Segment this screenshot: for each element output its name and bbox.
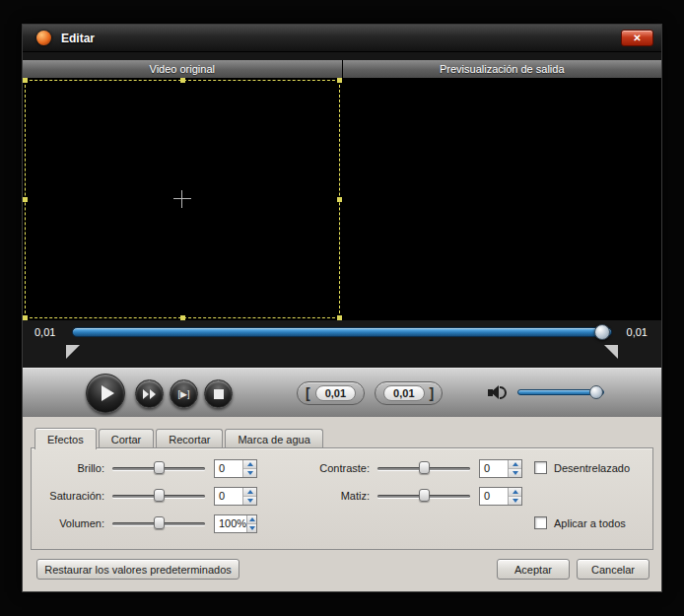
effects-panel: Brillo: 0 Contraste: 0 xyxy=(31,447,653,550)
close-icon: ✕ xyxy=(633,33,641,43)
volume-effect-slider[interactable] xyxy=(112,515,205,531)
total-time-label: 0,01 xyxy=(627,326,648,338)
original-panel-header: Video original xyxy=(23,60,342,78)
volume-spinner[interactable]: 100% xyxy=(214,514,257,533)
trim-time-controls: [ 0,01 0,01 ] xyxy=(297,381,443,405)
fast-forward-icon xyxy=(143,389,156,399)
timeline-section: 0,01 0,01 xyxy=(23,320,661,368)
apply-to-all-option[interactable]: Aplicar a todos xyxy=(534,516,626,529)
accept-button[interactable]: Aceptar xyxy=(497,559,570,580)
stop-button[interactable] xyxy=(204,379,233,408)
volume-up-button[interactable] xyxy=(247,515,256,524)
original-video-area[interactable] xyxy=(23,78,342,320)
set-end-button[interactable]: 0,01 ] xyxy=(375,381,443,405)
tab-efectos[interactable]: Efectos xyxy=(34,428,97,449)
arrow-up-icon xyxy=(513,490,518,494)
tab-marca-de-agua-label: Marca de agua xyxy=(238,434,309,445)
hue-slider-thumb[interactable] xyxy=(419,489,430,502)
tab-cortar-label: Cortar xyxy=(111,434,142,445)
saturation-label: Saturación: xyxy=(43,490,104,502)
arrow-down-icon xyxy=(513,471,518,475)
arrow-down-icon xyxy=(249,526,255,530)
arrow-up-icon xyxy=(513,462,518,466)
contrast-slider-thumb[interactable] xyxy=(419,461,430,474)
seek-bar[interactable] xyxy=(72,327,612,337)
close-button[interactable]: ✕ xyxy=(621,30,653,46)
saturation-slider-thumb[interactable] xyxy=(154,489,165,502)
contrast-up-button[interactable] xyxy=(509,460,521,469)
apply-to-all-checkbox[interactable] xyxy=(534,516,547,529)
tab-strip: Efectos Cortar Recortar Marca de agua xyxy=(34,428,325,448)
crop-handle-middle-left[interactable] xyxy=(23,197,28,202)
brightness-up-button[interactable] xyxy=(243,460,256,469)
contrast-down-button[interactable] xyxy=(509,469,521,477)
fast-forward-button[interactable] xyxy=(135,379,164,408)
frame-play-button[interactable]: [▶] xyxy=(170,379,198,408)
crop-handle-middle-right[interactable] xyxy=(337,197,342,202)
contrast-value: 0 xyxy=(480,460,508,477)
crop-handle-top-right[interactable] xyxy=(337,78,342,83)
brightness-slider-thumb[interactable] xyxy=(154,461,165,474)
play-button[interactable] xyxy=(86,374,125,413)
frame-play-icon: [▶] xyxy=(178,389,190,399)
arrow-down-icon xyxy=(513,499,518,503)
crop-handle-top-left[interactable] xyxy=(23,78,28,83)
stop-icon xyxy=(214,389,224,399)
trim-start-handle[interactable] xyxy=(66,345,80,359)
brightness-down-button[interactable] xyxy=(243,469,256,477)
title-bar[interactable]: Editar ✕ xyxy=(23,25,661,52)
tab-efectos-label: Efectos xyxy=(47,434,84,445)
saturation-spinner[interactable]: 0 xyxy=(214,487,257,506)
seek-handle[interactable] xyxy=(594,324,610,340)
tab-recortar-label: Recortar xyxy=(169,434,210,445)
volume-control xyxy=(488,383,604,401)
arrow-up-icon xyxy=(247,490,253,494)
volume-slider[interactable] xyxy=(517,389,604,395)
volume-label: Volumen: xyxy=(43,517,104,529)
volume-down-button[interactable] xyxy=(247,524,256,532)
hue-spinner[interactable]: 0 xyxy=(479,487,522,506)
set-start-button[interactable]: [ 0,01 xyxy=(297,381,365,405)
app-icon xyxy=(36,31,51,45)
deinterlace-checkbox[interactable] xyxy=(534,461,547,474)
brightness-spinner[interactable]: 0 xyxy=(214,459,257,478)
arrow-down-icon xyxy=(247,471,253,475)
trim-end-handle[interactable] xyxy=(604,345,618,359)
saturation-down-button[interactable] xyxy=(243,497,256,505)
end-time-field: 0,01 xyxy=(383,385,424,401)
deinterlace-option[interactable]: Desentrelazado xyxy=(534,461,630,474)
volume-value: 100% xyxy=(215,515,246,532)
edit-dialog: Editar ✕ Video original Previsualización… xyxy=(22,24,662,592)
bracket-left-icon: [ xyxy=(306,385,310,401)
crop-handle-top-middle[interactable] xyxy=(180,78,185,83)
panel-headers: Video original Previsualización de salid… xyxy=(23,60,661,78)
current-time-label: 0,01 xyxy=(34,326,55,338)
hue-slider[interactable] xyxy=(377,488,470,504)
restore-defaults-button[interactable]: Restaurar los valores predeterminados xyxy=(36,559,239,580)
saturation-slider[interactable] xyxy=(112,488,205,504)
volume-thumb[interactable] xyxy=(589,385,603,399)
hue-up-button[interactable] xyxy=(509,488,521,497)
preview-video-area xyxy=(343,78,662,320)
crosshair-icon xyxy=(173,190,191,208)
volume-effect-slider-thumb[interactable] xyxy=(154,516,165,529)
brightness-slider[interactable] xyxy=(112,460,205,476)
video-previews xyxy=(23,78,661,320)
apply-to-all-label: Aplicar a todos xyxy=(554,517,626,529)
transport-bar: [▶] [ 0,01 0,01 ] xyxy=(23,368,661,417)
contrast-slider[interactable] xyxy=(377,460,470,476)
tab-recortar[interactable]: Recortar xyxy=(156,429,223,448)
contrast-label: Contraste: xyxy=(297,462,370,474)
cancel-button[interactable]: Cancelar xyxy=(577,559,650,580)
saturation-value: 0 xyxy=(215,488,242,505)
start-time-field: 0,01 xyxy=(315,385,356,401)
speaker-icon xyxy=(488,383,508,401)
tab-marca-de-agua[interactable]: Marca de agua xyxy=(225,429,322,448)
tab-cortar[interactable]: Cortar xyxy=(99,429,155,448)
hue-label: Matiz: xyxy=(297,490,370,502)
hue-value: 0 xyxy=(480,488,508,505)
saturation-up-button[interactable] xyxy=(243,488,256,497)
arrow-up-icon xyxy=(249,517,255,521)
hue-down-button[interactable] xyxy=(509,497,521,505)
contrast-spinner[interactable]: 0 xyxy=(479,459,522,478)
